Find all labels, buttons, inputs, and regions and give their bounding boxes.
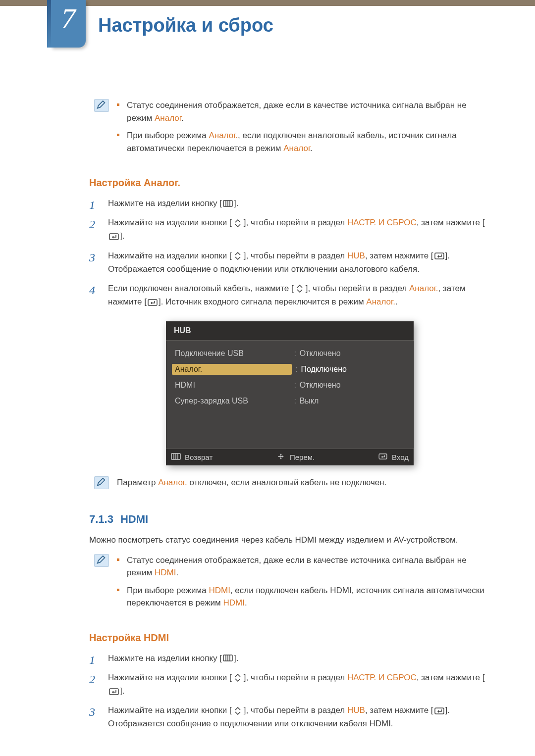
osd-row-label: Супер-зарядка USB [175, 397, 291, 405]
updown-icon [233, 674, 243, 682]
enter-icon [109, 688, 119, 696]
note-block: Параметр Аналог. отключен, если аналогов… [94, 476, 485, 489]
step-item: Если подключен аналоговый кабель, нажмит… [94, 282, 485, 308]
steps-hdmi: Нажмите на изделии кнопку []. Нажимайте … [94, 652, 485, 731]
note-bullet: Статус соединения отображается, даже есл… [117, 99, 485, 124]
osd-footer-move: Перем. [276, 453, 315, 461]
updown-icon [295, 285, 305, 293]
step-item: Нажмите на изделии кнопку []. [94, 652, 485, 665]
step-item: Нажимайте на изделии кнопки [], чтобы пе… [94, 671, 485, 698]
updown-icon [233, 252, 243, 260]
osd-row: HDMI : Отключено [166, 377, 414, 393]
section-number: 7.1.3 [89, 513, 113, 525]
enter-icon [434, 707, 444, 715]
osd-row-value: Подключено [301, 365, 405, 374]
note-bullet-list: Статус соединения отображается, даже есл… [117, 99, 485, 159]
step-item: Нажимайте на изделии кнопки [], чтобы пе… [94, 704, 485, 730]
note-icon [94, 99, 109, 112]
note-text: Параметр Аналог. отключен, если аналогов… [117, 476, 386, 489]
updown-icon [233, 707, 243, 715]
note-block: Статус соединения отображается, даже есл… [94, 99, 485, 159]
enter-icon [378, 453, 388, 461]
subheading-hdmi: Настройка HDMI [89, 632, 485, 644]
move-icon [276, 453, 286, 461]
osd-row: Супер-зарядка USB : Выкл [166, 393, 414, 409]
osd-row-sep: : [292, 365, 301, 374]
step-item: Нажимайте на изделии кнопки [], чтобы пе… [94, 216, 485, 243]
osd-row-value: Выкл [300, 397, 405, 405]
osd-row-value: Отключено [300, 381, 405, 390]
chapter-number-box: 7 [51, 0, 86, 48]
note-icon [94, 476, 109, 489]
step-item: Нажимайте на изделии кнопки [], чтобы пе… [94, 249, 485, 276]
note-bullet-list: Статус соединения отображается, даже есл… [117, 554, 485, 614]
document-page: 7 Настройка и сброс Статус соединения от… [0, 0, 535, 756]
note-block: Статус соединения отображается, даже есл… [94, 554, 485, 614]
step-item: Нажмите на изделии кнопку []. [94, 197, 485, 210]
enter-icon [434, 252, 444, 260]
osd-row-label: Подключение USB [175, 349, 291, 358]
osd-footer: Возврат Перем. Вход [166, 449, 414, 465]
menu-icon [223, 655, 233, 662]
osd-title: HUB [166, 321, 414, 341]
osd-row-sep: : [291, 397, 300, 405]
section-intro: Можно посмотреть статус соединения через… [89, 534, 485, 547]
osd-row-label: Аналог. [172, 364, 292, 375]
osd-footer-return: Возврат [171, 453, 213, 461]
steps-analog: Нажмите на изделии кнопку []. Нажимайте … [94, 197, 485, 308]
note-bullet: При выборе режима HDMI, если подключен к… [117, 584, 485, 609]
chapter-title: Настройка и сброс [98, 15, 273, 36]
osd-body: Подключение USB : Отключено Аналог. : По… [166, 341, 414, 449]
osd-row-sep: : [291, 381, 300, 390]
page-header: 7 Настройка и сброс [0, 0, 535, 79]
osd-row-value: Отключено [300, 349, 405, 358]
updown-icon [233, 219, 243, 227]
enter-icon [148, 299, 158, 306]
section-heading-hdmi: 7.1.3HDMI [89, 513, 485, 526]
osd-row-selected: Аналог. : Подключено [166, 361, 414, 377]
note-icon [94, 554, 109, 567]
menu-icon [171, 453, 181, 461]
note-bullet: При выборе режима Аналог., если подключе… [117, 129, 485, 154]
osd-menu: HUB Подключение USB : Отключено Аналог. … [166, 321, 414, 465]
subheading-analog: Настройка Аналог. [89, 177, 485, 189]
menu-icon [223, 200, 233, 208]
osd-row-sep: : [291, 349, 300, 358]
enter-icon [109, 233, 119, 241]
section-title: HDMI [120, 513, 148, 525]
note-bullet: Статус соединения отображается, даже есл… [117, 554, 485, 579]
osd-row: Подключение USB : Отключено [166, 346, 414, 361]
chapter-number: 7 [61, 2, 76, 35]
osd-row-label: HDMI [175, 381, 291, 390]
osd-footer-enter: Вход [378, 453, 409, 461]
page-content: Статус соединения отображается, даже есл… [0, 79, 535, 756]
